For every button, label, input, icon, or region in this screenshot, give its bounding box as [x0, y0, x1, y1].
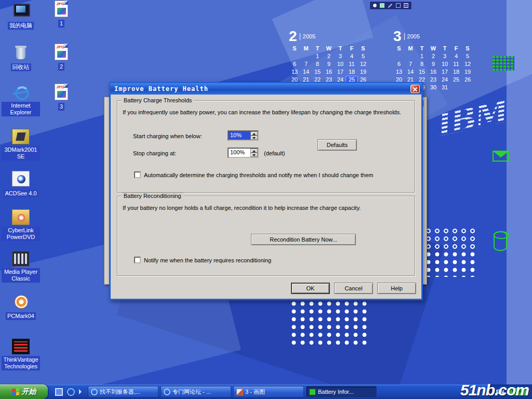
- pcmark-icon: [12, 294, 30, 309]
- desktop-icon-internet-explorer[interactable]: Internet Explorer: [1, 85, 41, 116]
- spinner-up-icon[interactable]: [250, 149, 258, 153]
- keyboard-grid-decoration: [493, 56, 514, 71]
- envelope-icon: [493, 151, 509, 162]
- stop-threshold-value[interactable]: 100%: [229, 149, 250, 157]
- auto-determine-label: Automatically determine the charging thr…: [144, 172, 373, 178]
- desktop-icon-my-computer[interactable]: 我的电脑: [1, 3, 41, 30]
- task-label: 3 - 画图: [245, 388, 265, 396]
- start-label: 开始: [22, 387, 36, 396]
- desktop-icon-recycle-bin[interactable]: 回收站: [1, 45, 41, 71]
- file-label: 1: [58, 20, 64, 28]
- internet-explorer-quicklaunch-icon[interactable]: [67, 388, 75, 396]
- ok-button[interactable]: OK: [291, 283, 330, 294]
- task-label: Battery Infor...: [318, 389, 353, 395]
- auto-determine-checkbox-row[interactable]: Automatically determine the charging thr…: [134, 171, 373, 178]
- recondition-battery-button[interactable]: Recondition Battery Now...: [251, 234, 356, 245]
- jpg-file-icon: JPG: [55, 1, 68, 17]
- display-icon[interactable]: [396, 3, 401, 8]
- spinner-down-icon[interactable]: [250, 136, 258, 140]
- recycle-bin-icon: [12, 45, 30, 60]
- spinner-up-icon[interactable]: [250, 131, 258, 136]
- default-note: (default): [264, 150, 285, 156]
- browser-icon: [164, 389, 170, 395]
- pen-icon[interactable]: [388, 3, 392, 7]
- desktop-icon-pcmark04[interactable]: PCMark04: [1, 294, 41, 320]
- cylinder-icon: [494, 231, 507, 251]
- auto-determine-checkbox[interactable]: [134, 171, 141, 178]
- desktop: IBM 我的电脑 回收站 Internet Explorer 3DMark200…: [0, 0, 532, 399]
- taskbar-task-browser-1[interactable]: 找不到服务器,...: [88, 386, 158, 397]
- taskbar-task-paint[interactable]: 3 - 画图: [233, 386, 304, 397]
- calendar-march-2005: 3 2005 SMTWTFS 12345 6789101112 13141516…: [393, 29, 473, 90]
- paint-icon: [236, 389, 243, 395]
- watermark: 51nb.com: [460, 381, 529, 399]
- file-label: 2: [58, 63, 64, 71]
- desktop-icon-label: ThinkVantage Technologies: [2, 356, 40, 370]
- calendar-year: 2005: [300, 33, 315, 40]
- spinner-down-icon[interactable]: [250, 153, 258, 157]
- 3dmark-icon: [12, 129, 30, 144]
- thinkvantage-icon: [12, 339, 30, 354]
- media-player-classic-icon: [12, 251, 30, 267]
- notify-reconditioning-checkbox-row[interactable]: Notify me when the battery requires reco…: [134, 257, 271, 263]
- taskbar: 开始 找不到服务器,... 专门网论坛 - ... 3 - 画图 Battery…: [0, 384, 532, 399]
- start-threshold-spinner[interactable]: 10%: [228, 130, 259, 141]
- desktop-icon-thinkvantage[interactable]: ThinkVantage Technologies: [1, 339, 41, 370]
- desktop-file-3[interactable]: JPG 3: [46, 84, 77, 111]
- desktop-icon-label: PCMark04: [6, 312, 36, 320]
- group-legend: Battery Reconditioning: [122, 193, 183, 199]
- desktop-file-1[interactable]: JPG 1: [46, 1, 77, 28]
- start-charging-label: Start charging when below:: [133, 133, 202, 139]
- cancel-button[interactable]: Cancel: [334, 283, 373, 294]
- notes-icon[interactable]: [404, 3, 408, 8]
- thresholds-description: If you infrequently use battery power, y…: [123, 109, 409, 115]
- improve-battery-health-dialog: Improve Battery Health Battery Charge Th…: [109, 82, 423, 300]
- help-button[interactable]: Help: [377, 283, 416, 294]
- start-button[interactable]: 开始: [0, 384, 48, 399]
- dialog-title: Improve Battery Health: [114, 85, 410, 92]
- show-desktop-icon[interactable]: [55, 388, 63, 396]
- desktop-icon-label: Internet Explorer: [2, 102, 40, 116]
- desktop-icon-label: 3DMark2001 SE: [2, 146, 40, 161]
- task-label: 专门网论坛 - ...: [172, 388, 211, 396]
- battery-reconditioning-group: Battery Reconditioning If your battery n…: [117, 196, 415, 276]
- file-label: 3: [58, 103, 64, 111]
- jpg-file-icon: JPG: [55, 44, 68, 60]
- desktop-icon-label: 我的电脑: [8, 22, 34, 30]
- acdsee-icon: [12, 171, 30, 187]
- notify-reconditioning-checkbox[interactable]: [134, 257, 141, 263]
- battery-charge-thresholds-group: Battery Charge Thresholds If you infrequ…: [117, 100, 415, 193]
- task-label: 找不到服务器,...: [100, 388, 140, 396]
- reconditioning-description: If your battery no longer holds a full c…: [123, 205, 409, 211]
- desktop-icon-media-player-classic[interactable]: Media Player Classic: [1, 251, 41, 283]
- desktop-icon-powerdvd[interactable]: CyberLink PowerDVD: [1, 209, 41, 241]
- speaker-icon[interactable]: [380, 3, 384, 8]
- desktop-icon-label: 回收站: [11, 63, 31, 71]
- jpg-file-icon: JPG: [55, 84, 68, 100]
- desktop-icon-3dmark2001[interactable]: 3DMark2001 SE: [1, 129, 41, 161]
- stop-threshold-spinner[interactable]: 100%: [228, 148, 259, 158]
- stop-charging-label: Stop charging at:: [133, 150, 176, 156]
- phone-icon[interactable]: [373, 4, 377, 7]
- powerdvd-icon: [12, 209, 30, 225]
- my-computer-icon: [12, 3, 30, 19]
- dots-pattern-bottom: [289, 300, 369, 346]
- calendar-year: 2005: [404, 33, 420, 40]
- quick-launch: [48, 384, 87, 399]
- desktop-file-2[interactable]: JPG 2: [46, 44, 77, 71]
- defaults-button[interactable]: Defaults: [317, 139, 357, 151]
- calendar-february-2005: 2 2005 SMTWTFS 12345 6789101112 13141516…: [289, 29, 369, 83]
- desktop-icon-acdsee[interactable]: ACDSee 4.0: [1, 171, 41, 197]
- floating-toolbar[interactable]: [369, 1, 412, 10]
- desktop-icon-label: CyberLink PowerDVD: [2, 227, 40, 241]
- chevron-right-icon[interactable]: [79, 389, 82, 394]
- calendar-month: 3: [393, 29, 402, 44]
- dialog-titlebar[interactable]: Improve Battery Health: [110, 83, 422, 95]
- close-icon[interactable]: [410, 85, 420, 93]
- calendar-month: 2: [289, 29, 297, 44]
- taskbar-task-battery-information[interactable]: Battery Infor...: [306, 386, 377, 397]
- start-threshold-value[interactable]: 10%: [229, 131, 250, 140]
- taskbar-task-browser-2[interactable]: 专门网论坛 - ...: [161, 386, 231, 397]
- dots-pattern-right: [424, 227, 477, 277]
- desktop-icon-label: Media Player Classic: [2, 268, 40, 283]
